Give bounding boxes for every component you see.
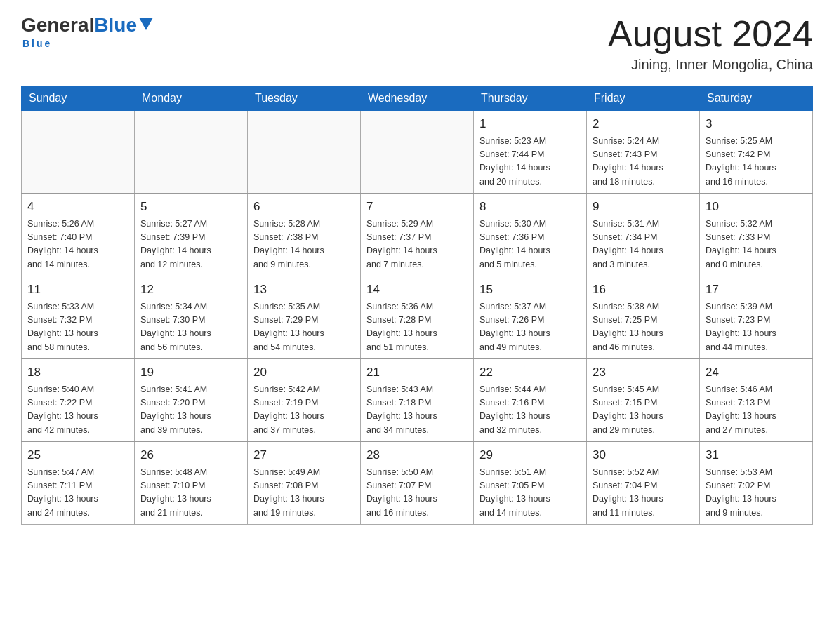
calendar-cell: 18Sunrise: 5:40 AM Sunset: 7:22 PM Dayli…	[22, 359, 135, 442]
day-info: Sunrise: 5:40 AM Sunset: 7:22 PM Dayligh…	[27, 383, 128, 438]
calendar-cell: 14Sunrise: 5:36 AM Sunset: 7:28 PM Dayli…	[361, 276, 474, 359]
day-number: 14	[366, 281, 468, 299]
day-number: 23	[593, 363, 694, 382]
calendar-cell: 20Sunrise: 5:42 AM Sunset: 7:19 PM Dayli…	[248, 359, 361, 442]
header-row: SundayMondayTuesdayWednesdayThursdayFrid…	[22, 86, 813, 111]
day-number: 28	[366, 446, 468, 464]
day-number: 5	[140, 198, 241, 216]
calendar-cell: 26Sunrise: 5:48 AM Sunset: 7:10 PM Dayli…	[135, 442, 248, 525]
calendar-table: SundayMondayTuesdayWednesdayThursdayFrid…	[21, 86, 813, 525]
calendar-week-row: 4Sunrise: 5:26 AM Sunset: 7:40 PM Daylig…	[22, 194, 813, 276]
day-number: 12	[140, 281, 241, 299]
calendar-cell: 2Sunrise: 5:24 AM Sunset: 7:43 PM Daylig…	[587, 111, 700, 194]
logo-general-text: General	[21, 14, 94, 36]
calendar-week-row: 18Sunrise: 5:40 AM Sunset: 7:22 PM Dayli…	[22, 359, 813, 442]
day-number: 25	[27, 446, 128, 464]
month-title: August 2024	[608, 14, 813, 54]
day-info: Sunrise: 5:26 AM Sunset: 7:40 PM Dayligh…	[27, 217, 128, 272]
day-info: Sunrise: 5:43 AM Sunset: 7:18 PM Dayligh…	[366, 383, 468, 438]
day-info: Sunrise: 5:24 AM Sunset: 7:43 PM Dayligh…	[593, 135, 694, 189]
calendar-cell: 1Sunrise: 5:23 AM Sunset: 7:44 PM Daylig…	[474, 111, 587, 194]
day-info: Sunrise: 5:44 AM Sunset: 7:16 PM Dayligh…	[479, 383, 581, 438]
day-number: 1	[479, 115, 581, 133]
day-number: 13	[253, 281, 355, 299]
calendar-cell: 5Sunrise: 5:27 AM Sunset: 7:39 PM Daylig…	[135, 194, 248, 276]
day-info: Sunrise: 5:23 AM Sunset: 7:44 PM Dayligh…	[479, 135, 581, 189]
day-number: 19	[140, 363, 241, 382]
calendar-cell: 13Sunrise: 5:35 AM Sunset: 7:29 PM Dayli…	[248, 276, 361, 359]
day-number: 21	[366, 363, 468, 382]
day-info: Sunrise: 5:49 AM Sunset: 7:08 PM Dayligh…	[253, 466, 355, 521]
day-number: 17	[706, 281, 807, 299]
calendar-cell: 28Sunrise: 5:50 AM Sunset: 7:07 PM Dayli…	[361, 442, 474, 525]
day-info: Sunrise: 5:27 AM Sunset: 7:39 PM Dayligh…	[140, 217, 241, 272]
day-info: Sunrise: 5:28 AM Sunset: 7:38 PM Dayligh…	[253, 217, 355, 272]
calendar-cell: 9Sunrise: 5:31 AM Sunset: 7:34 PM Daylig…	[587, 194, 700, 276]
day-number: 8	[479, 198, 581, 216]
day-info: Sunrise: 5:45 AM Sunset: 7:15 PM Dayligh…	[593, 383, 694, 438]
day-number: 2	[593, 115, 694, 133]
day-info: Sunrise: 5:31 AM Sunset: 7:34 PM Dayligh…	[593, 217, 694, 272]
logo: General Blue Blue	[21, 14, 153, 49]
calendar-cell: 7Sunrise: 5:29 AM Sunset: 7:37 PM Daylig…	[361, 194, 474, 276]
day-number: 9	[593, 198, 694, 216]
calendar-cell: 4Sunrise: 5:26 AM Sunset: 7:40 PM Daylig…	[22, 194, 135, 276]
day-info: Sunrise: 5:33 AM Sunset: 7:32 PM Dayligh…	[27, 300, 128, 355]
calendar-cell: 3Sunrise: 5:25 AM Sunset: 7:42 PM Daylig…	[700, 111, 813, 194]
logo-underline-text: Blue	[22, 38, 52, 49]
calendar-cell: 21Sunrise: 5:43 AM Sunset: 7:18 PM Dayli…	[361, 359, 474, 442]
day-number: 10	[706, 198, 807, 216]
day-info: Sunrise: 5:51 AM Sunset: 7:05 PM Dayligh…	[479, 466, 581, 521]
day-info: Sunrise: 5:29 AM Sunset: 7:37 PM Dayligh…	[366, 217, 468, 272]
day-number: 6	[253, 198, 355, 216]
day-info: Sunrise: 5:46 AM Sunset: 7:13 PM Dayligh…	[706, 383, 807, 438]
calendar-cell: 29Sunrise: 5:51 AM Sunset: 7:05 PM Dayli…	[474, 442, 587, 525]
calendar-week-row: 1Sunrise: 5:23 AM Sunset: 7:44 PM Daylig…	[22, 111, 813, 194]
calendar-cell: 6Sunrise: 5:28 AM Sunset: 7:38 PM Daylig…	[248, 194, 361, 276]
calendar-cell: 27Sunrise: 5:49 AM Sunset: 7:08 PM Dayli…	[248, 442, 361, 525]
day-number: 7	[366, 198, 468, 216]
col-header-thursday: Thursday	[474, 86, 587, 111]
day-number: 22	[479, 363, 581, 382]
calendar-cell: 23Sunrise: 5:45 AM Sunset: 7:15 PM Dayli…	[587, 359, 700, 442]
title-area: August 2024 Jining, Inner Mongolia, Chin…	[608, 14, 813, 73]
logo-triangle-icon	[139, 18, 153, 30]
col-header-monday: Monday	[135, 86, 248, 111]
logo-blue-text: Blue	[94, 14, 137, 36]
day-info: Sunrise: 5:34 AM Sunset: 7:30 PM Dayligh…	[140, 300, 241, 355]
calendar-cell: 17Sunrise: 5:39 AM Sunset: 7:23 PM Dayli…	[700, 276, 813, 359]
calendar-cell: 12Sunrise: 5:34 AM Sunset: 7:30 PM Dayli…	[135, 276, 248, 359]
day-info: Sunrise: 5:35 AM Sunset: 7:29 PM Dayligh…	[253, 300, 355, 355]
calendar-cell: 24Sunrise: 5:46 AM Sunset: 7:13 PM Dayli…	[700, 359, 813, 442]
day-info: Sunrise: 5:47 AM Sunset: 7:11 PM Dayligh…	[27, 466, 128, 521]
day-info: Sunrise: 5:38 AM Sunset: 7:25 PM Dayligh…	[593, 300, 694, 355]
day-info: Sunrise: 5:52 AM Sunset: 7:04 PM Dayligh…	[593, 466, 694, 521]
calendar-cell: 15Sunrise: 5:37 AM Sunset: 7:26 PM Dayli…	[474, 276, 587, 359]
day-info: Sunrise: 5:32 AM Sunset: 7:33 PM Dayligh…	[706, 217, 807, 272]
day-number: 27	[253, 446, 355, 464]
calendar-week-row: 11Sunrise: 5:33 AM Sunset: 7:32 PM Dayli…	[22, 276, 813, 359]
day-number: 29	[479, 446, 581, 464]
calendar-cell	[22, 111, 135, 194]
day-info: Sunrise: 5:39 AM Sunset: 7:23 PM Dayligh…	[706, 300, 807, 355]
calendar-cell: 31Sunrise: 5:53 AM Sunset: 7:02 PM Dayli…	[700, 442, 813, 525]
calendar-cell: 22Sunrise: 5:44 AM Sunset: 7:16 PM Dayli…	[474, 359, 587, 442]
logo-text: General Blue	[21, 14, 153, 36]
day-number: 26	[140, 446, 241, 464]
day-number: 20	[253, 363, 355, 382]
col-header-sunday: Sunday	[22, 86, 135, 111]
calendar-week-row: 25Sunrise: 5:47 AM Sunset: 7:11 PM Dayli…	[22, 442, 813, 525]
calendar-cell	[135, 111, 248, 194]
day-info: Sunrise: 5:30 AM Sunset: 7:36 PM Dayligh…	[479, 217, 581, 272]
day-number: 18	[27, 363, 128, 382]
col-header-saturday: Saturday	[700, 86, 813, 111]
day-number: 24	[706, 363, 807, 382]
location-title: Jining, Inner Mongolia, China	[608, 57, 813, 73]
day-number: 16	[593, 281, 694, 299]
day-info: Sunrise: 5:50 AM Sunset: 7:07 PM Dayligh…	[366, 466, 468, 521]
calendar-cell: 30Sunrise: 5:52 AM Sunset: 7:04 PM Dayli…	[587, 442, 700, 525]
page-header: General Blue Blue August 2024 Jining, In…	[21, 14, 813, 73]
calendar-cell: 19Sunrise: 5:41 AM Sunset: 7:20 PM Dayli…	[135, 359, 248, 442]
col-header-wednesday: Wednesday	[361, 86, 474, 111]
calendar-cell: 11Sunrise: 5:33 AM Sunset: 7:32 PM Dayli…	[22, 276, 135, 359]
